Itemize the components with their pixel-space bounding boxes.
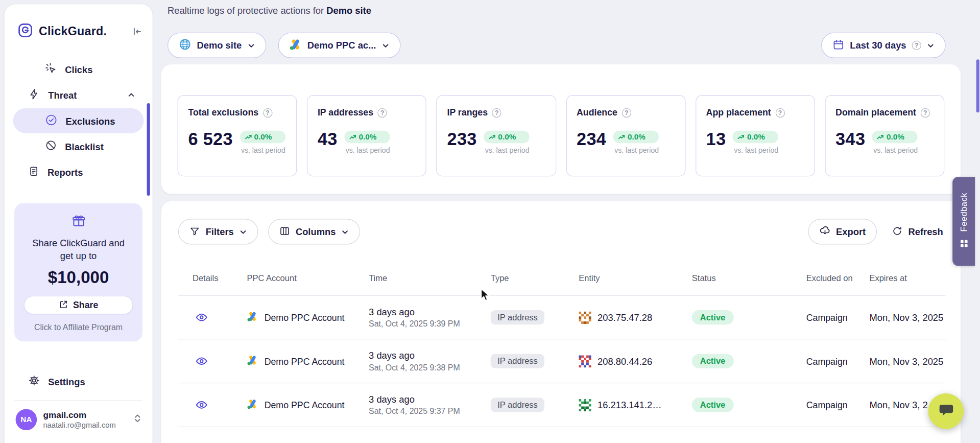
filter-pill-row: Demo site Demo PPC ac... Last 30 days ? <box>168 33 946 58</box>
page-scrollbar-thumb[interactable] <box>976 59 979 112</box>
chat-bubble-icon <box>938 402 954 421</box>
view-details-eye-icon[interactable] <box>195 311 208 324</box>
excluded-on-value: Campaign <box>793 312 856 322</box>
site-selector-value: Demo site <box>197 40 242 51</box>
refresh-icon <box>892 225 903 238</box>
google-ads-icon <box>289 38 301 53</box>
cursor-click-icon <box>45 62 57 76</box>
ppc-account-name: Demo PPC Account <box>265 400 345 410</box>
trend-up-icon <box>489 134 495 140</box>
chevron-down-icon <box>240 228 247 236</box>
sidebar-item-label: Blacklist <box>65 141 104 152</box>
view-details-eye-icon[interactable] <box>195 399 208 412</box>
stat-ip-ranges: IP ranges? 233 0.0% vs. last period <box>437 95 556 176</box>
date-range-value: Last 30 days <box>850 40 906 51</box>
share-button[interactable]: Share <box>24 296 133 315</box>
time-exact: Sat, Oct 4, 2025 9:38 PM <box>369 363 477 372</box>
filters-button[interactable]: Filters <box>178 219 258 244</box>
chevron-down-icon <box>927 41 935 49</box>
status-badge: Active <box>692 354 733 368</box>
ppc-account-selector[interactable]: Demo PPC ac... <box>278 33 400 58</box>
delta-badge: 0.0% <box>344 131 390 143</box>
sidebar-nav: Clicks Threat Exclusions Blacklist Repor… <box>5 42 153 184</box>
time-exact: Sat, Oct 4, 2025 9:37 PM <box>369 407 477 416</box>
delta-badge: 0.0% <box>613 131 659 143</box>
help-icon[interactable]: ? <box>378 108 387 117</box>
clickguard-logo-icon <box>17 22 33 40</box>
sidebar-scrollbar-thumb[interactable] <box>147 103 150 196</box>
stat-caption: vs. last period <box>344 146 390 154</box>
sidebar-item-blacklist[interactable]: Blacklist <box>13 134 144 159</box>
affiliate-program-link[interactable]: Click to Affiliate Program <box>24 323 133 332</box>
filters-button-label: Filters <box>206 226 234 237</box>
site-selector[interactable]: Demo site <box>168 33 266 58</box>
export-button-label: Export <box>836 226 866 237</box>
table-toolbar: Filters Columns Export Refresh <box>178 219 946 244</box>
expires-at-value: Mon, Nov 3, 2025 <box>855 356 945 366</box>
user-menu[interactable]: NA gmail.com naatali.ro@gmail.com <box>5 401 153 430</box>
sidebar-item-threat[interactable]: Threat <box>13 83 144 108</box>
sidebar-item-label: Exclusions <box>66 115 115 126</box>
affiliate-promo-card: Share ClickGuard and get up to $10,000 S… <box>14 203 142 341</box>
user-name: gmail.com <box>43 410 126 420</box>
stat-value: 343 <box>835 131 865 148</box>
feedback-tab[interactable]: Feedback <box>952 177 975 266</box>
col-header-time: Time <box>355 273 477 283</box>
sidebar-item-reports[interactable]: Reports <box>13 159 144 184</box>
feedback-label: Feedback <box>959 193 968 231</box>
entity-value: 203.75.47.28 <box>597 312 652 323</box>
view-details-eye-icon[interactable] <box>195 355 208 368</box>
promo-text-line2: get up to <box>24 249 133 262</box>
entity-identicon <box>579 355 591 367</box>
prohibit-icon <box>45 139 57 153</box>
google-ads-icon <box>247 311 258 324</box>
lightning-icon <box>28 88 40 102</box>
sidebar-item-settings[interactable]: Settings <box>13 369 144 394</box>
gift-icon <box>71 220 86 230</box>
export-button[interactable]: Export <box>808 219 877 244</box>
delta-badge: 0.0% <box>484 131 529 143</box>
subtitle-site-name: Demo site <box>326 5 371 16</box>
stat-value: 6 523 <box>188 131 233 148</box>
stat-value: 43 <box>318 131 338 148</box>
excluded-on-value: Campaign <box>793 400 856 410</box>
stat-label: Total exclusions <box>188 108 258 118</box>
stat-label: App placement <box>706 108 771 118</box>
date-range-selector[interactable]: Last 30 days ? <box>821 33 946 58</box>
sidebar-item-clicks[interactable]: Clicks <box>13 57 144 82</box>
help-icon[interactable]: ? <box>622 108 631 117</box>
trend-up-icon <box>738 134 745 140</box>
collapse-sidebar-icon[interactable] <box>132 26 142 37</box>
stat-label: IP addresses <box>318 108 373 118</box>
cloud-download-icon <box>819 225 830 239</box>
columns-button[interactable]: Columns <box>268 219 360 244</box>
stat-total-exclusions: Total exclusions? 6 523 0.0% vs. last pe… <box>178 95 297 176</box>
stat-value: 234 <box>577 131 606 148</box>
refresh-button[interactable]: Refresh <box>890 219 946 244</box>
help-icon[interactable]: ? <box>775 108 784 117</box>
main-content: Realtime logs of protective actions for … <box>161 0 961 443</box>
col-header-entity: Entity <box>565 273 678 283</box>
trend-up-icon <box>877 134 884 140</box>
table-row: Demo PPC Account 3 days agoSat, Oct 4, 2… <box>178 340 946 384</box>
columns-button-label: Columns <box>296 226 336 237</box>
trend-up-icon <box>245 134 251 140</box>
exclusions-table-card: Filters Columns Export Refresh <box>161 201 961 443</box>
time-relative: 3 days ago <box>369 350 477 361</box>
help-icon[interactable]: ? <box>263 108 272 117</box>
chevron-up-down-icon <box>132 413 142 426</box>
delta-badge: 0.0% <box>240 131 285 143</box>
help-icon[interactable]: ? <box>920 108 929 117</box>
chat-launcher-button[interactable] <box>928 393 964 429</box>
delta-badge: 0.0% <box>872 131 918 143</box>
col-header-details: Details <box>178 273 233 283</box>
chevron-up-icon <box>128 91 135 99</box>
refresh-button-label: Refresh <box>908 226 943 237</box>
col-header-ppc-account: PPC Account <box>233 273 355 283</box>
time-relative: 3 days ago <box>369 394 477 405</box>
help-icon[interactable]: ? <box>492 108 501 117</box>
sidebar-item-exclusions[interactable]: Exclusions <box>13 108 144 133</box>
logo-row: ClickGuard. <box>5 5 153 42</box>
share-button-label: Share <box>73 300 98 310</box>
stat-value: 233 <box>447 131 476 148</box>
